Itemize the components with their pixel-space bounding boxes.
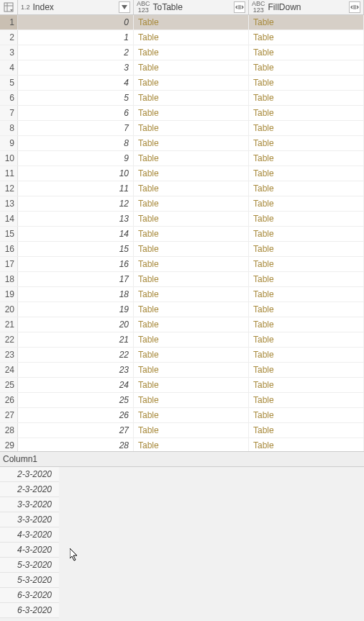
cell-index[interactable]: 6	[18, 106, 134, 120]
cell-filldown-link[interactable]: Table	[249, 257, 364, 271]
row-number[interactable]: 24	[0, 363, 18, 377]
table-row[interactable]: 43TableTable	[0, 60, 364, 76]
cell-totable-link[interactable]: Table	[134, 272, 249, 286]
table-row[interactable]: 10TableTable	[0, 15, 364, 30]
cell-totable-link[interactable]: Table	[134, 378, 249, 392]
row-number[interactable]: 25	[0, 378, 18, 392]
cell-totable-link[interactable]: Table	[134, 257, 249, 271]
row-number[interactable]: 1	[0, 15, 18, 30]
cell-index[interactable]: 18	[18, 287, 134, 302]
expand-column-icon[interactable]	[349, 1, 360, 13]
table-row[interactable]: 76TableTable	[0, 106, 364, 121]
cell-totable-link[interactable]: Table	[134, 76, 249, 90]
cell-totable-link[interactable]: Table	[134, 15, 249, 30]
preview-row[interactable]: 4-3-2020	[0, 527, 59, 543]
cell-index[interactable]: 24	[18, 378, 134, 392]
table-row[interactable]: 1918TableTable	[0, 287, 364, 302]
cell-totable-link[interactable]: Table	[134, 45, 249, 60]
row-number[interactable]: 7	[0, 106, 18, 120]
cell-index[interactable]: 12	[18, 196, 134, 211]
cell-filldown-link[interactable]: Table	[249, 91, 364, 105]
cell-totable-link[interactable]: Table	[134, 348, 249, 362]
cell-totable-link[interactable]: Table	[134, 302, 249, 317]
expand-column-icon[interactable]	[234, 1, 245, 13]
table-row[interactable]: 2928TableTable	[0, 438, 364, 451]
row-number[interactable]: 26	[0, 393, 18, 407]
cell-filldown-link[interactable]: Table	[249, 272, 364, 286]
preview-row[interactable]: 3-3-2020	[0, 497, 59, 512]
row-number[interactable]: 5	[0, 76, 18, 90]
cell-index[interactable]: 21	[18, 332, 134, 347]
cell-filldown-link[interactable]: Table	[249, 317, 364, 332]
cell-filldown-link[interactable]: Table	[249, 348, 364, 362]
cell-index[interactable]: 13	[18, 212, 134, 226]
table-row[interactable]: 2827TableTable	[0, 423, 364, 438]
cell-index[interactable]: 10	[18, 166, 134, 181]
table-options-button[interactable]	[0, 0, 18, 14]
cell-totable-link[interactable]: Table	[134, 91, 249, 105]
cell-totable-link[interactable]: Table	[134, 423, 249, 438]
preview-row[interactable]: 2-3-2020	[0, 467, 59, 482]
cell-totable-link[interactable]: Table	[134, 393, 249, 407]
preview-row[interactable]: 6-3-2020	[0, 588, 59, 603]
cell-index[interactable]: 0	[18, 15, 134, 30]
row-number[interactable]: 14	[0, 212, 18, 226]
cell-index[interactable]: 22	[18, 348, 134, 362]
cell-filldown-link[interactable]: Table	[249, 332, 364, 347]
cell-filldown-link[interactable]: Table	[249, 166, 364, 181]
row-number[interactable]: 6	[0, 91, 18, 105]
cell-totable-link[interactable]: Table	[134, 332, 249, 347]
cell-filldown-link[interactable]: Table	[249, 30, 364, 45]
cell-totable-link[interactable]: Table	[134, 151, 249, 166]
cell-filldown-link[interactable]: Table	[249, 136, 364, 150]
table-row[interactable]: 65TableTable	[0, 91, 364, 106]
table-row[interactable]: 109TableTable	[0, 151, 364, 166]
row-number[interactable]: 27	[0, 408, 18, 422]
row-number[interactable]: 19	[0, 287, 18, 302]
table-row[interactable]: 1716TableTable	[0, 257, 364, 272]
cell-totable-link[interactable]: Table	[134, 242, 249, 256]
row-number[interactable]: 15	[0, 227, 18, 241]
cell-totable-link[interactable]: Table	[134, 212, 249, 226]
table-row[interactable]: 1312TableTable	[0, 196, 364, 212]
cell-index[interactable]: 11	[18, 181, 134, 196]
table-row[interactable]: 2221TableTable	[0, 332, 364, 348]
table-row[interactable]: 2625TableTable	[0, 393, 364, 408]
table-row[interactable]: 1615TableTable	[0, 242, 364, 257]
table-row[interactable]: 1413TableTable	[0, 212, 364, 227]
cell-totable-link[interactable]: Table	[134, 60, 249, 75]
row-number[interactable]: 29	[0, 438, 18, 451]
row-number[interactable]: 8	[0, 121, 18, 135]
column-header-index[interactable]: 1.2 Index	[18, 0, 134, 14]
cell-totable-link[interactable]: Table	[134, 136, 249, 150]
row-number[interactable]: 3	[0, 45, 18, 60]
cell-filldown-link[interactable]: Table	[249, 76, 364, 90]
cell-filldown-link[interactable]: Table	[249, 106, 364, 120]
cell-index[interactable]: 8	[18, 136, 134, 150]
row-number[interactable]: 22	[0, 332, 18, 347]
cell-filldown-link[interactable]: Table	[249, 196, 364, 211]
cell-totable-link[interactable]: Table	[134, 106, 249, 120]
preview-row[interactable]: 5-3-2020	[0, 573, 59, 588]
cell-filldown-link[interactable]: Table	[249, 408, 364, 422]
table-row[interactable]: 2019TableTable	[0, 302, 364, 317]
table-row[interactable]: 1514TableTable	[0, 227, 364, 242]
cell-filldown-link[interactable]: Table	[249, 212, 364, 226]
cell-index[interactable]: 7	[18, 121, 134, 135]
cell-index[interactable]: 19	[18, 302, 134, 317]
cell-index[interactable]: 2	[18, 45, 134, 60]
cell-totable-link[interactable]: Table	[134, 121, 249, 135]
column-header-totable[interactable]: ABC 123 ToTable	[134, 0, 249, 14]
table-row[interactable]: 98TableTable	[0, 136, 364, 151]
row-number[interactable]: 13	[0, 196, 18, 211]
row-number[interactable]: 9	[0, 136, 18, 150]
cell-totable-link[interactable]: Table	[134, 30, 249, 45]
cell-index[interactable]: 16	[18, 257, 134, 271]
cell-filldown-link[interactable]: Table	[249, 15, 364, 30]
cell-filldown-link[interactable]: Table	[249, 181, 364, 196]
row-number[interactable]: 18	[0, 272, 18, 286]
row-number[interactable]: 11	[0, 166, 18, 181]
table-row[interactable]: 2322TableTable	[0, 348, 364, 363]
cell-totable-link[interactable]: Table	[134, 181, 249, 196]
cell-filldown-link[interactable]: Table	[249, 45, 364, 60]
